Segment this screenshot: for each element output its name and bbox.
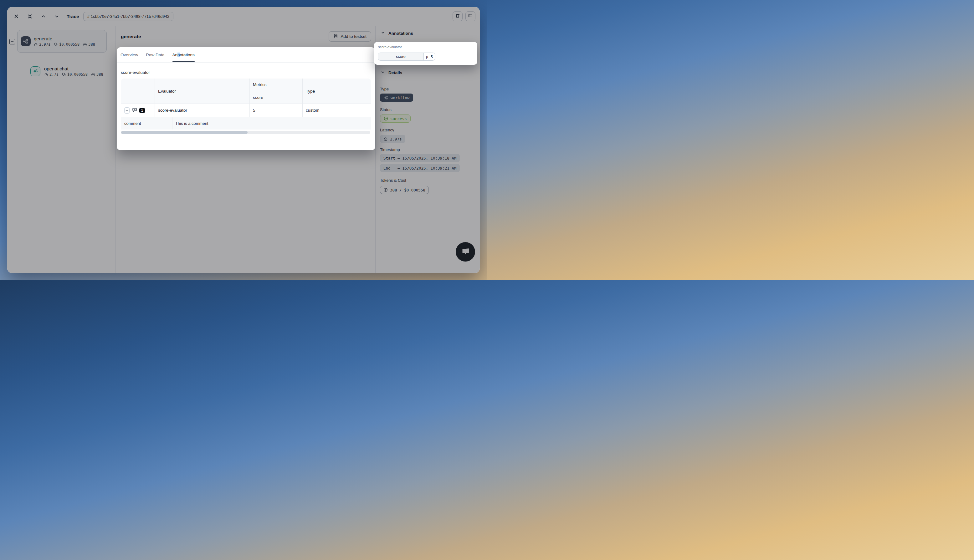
evaluator-heading: score-evaluator (121, 70, 150, 75)
comment-row: comment This is a comment (121, 117, 371, 130)
comment-icon (132, 107, 137, 113)
comment-count-badge: 1 (139, 108, 145, 113)
metric-name: score (378, 53, 424, 60)
trace-detail-window: Trace # 1cbb70e7-34a1-7bb7-3498-771b7d46… (7, 7, 480, 273)
row-cell-evaluator: score-evaluator (155, 103, 249, 117)
row-cell-type: custom (302, 103, 371, 117)
comment-row-label: comment (121, 117, 172, 130)
tab-annotations[interactable]: Annotations (172, 47, 195, 62)
collapse-row-button[interactable] (124, 107, 130, 113)
annotations-table: Evaluator Metrics Type score 1 (121, 78, 371, 130)
header-cell-metric-score: score (249, 91, 302, 103)
scrollbar-thumb[interactable] (121, 131, 248, 134)
metric-chip[interactable]: score μ 5 (378, 53, 435, 61)
header-cell-type: Type (302, 78, 371, 103)
row-cell-actions: 1 (121, 103, 155, 117)
annotations-popover: score-evaluator score μ 5 (374, 42, 477, 65)
popover-evaluator-label: score-evaluator (378, 45, 402, 49)
tab-overview[interactable]: Overview (120, 47, 138, 62)
minus-icon (125, 108, 128, 113)
annotations-tab-card: Overview Raw Data Annotations score-eval… (117, 47, 375, 150)
header-cell-metrics: Metrics (249, 78, 302, 91)
horizontal-scrollbar[interactable] (121, 131, 370, 134)
comment-toggle-button[interactable]: 1 (132, 107, 145, 113)
comment-row-value: This is a comment (172, 117, 371, 130)
header-cell-empty (121, 78, 155, 103)
tab-bar: Overview Raw Data Annotations (117, 47, 375, 63)
row-cell-score: 5 (249, 103, 302, 117)
tab-raw-data[interactable]: Raw Data (146, 47, 164, 62)
header-cell-evaluator: Evaluator (155, 78, 249, 103)
metric-value: μ 5 (424, 53, 435, 60)
text-selection: n (177, 53, 180, 57)
